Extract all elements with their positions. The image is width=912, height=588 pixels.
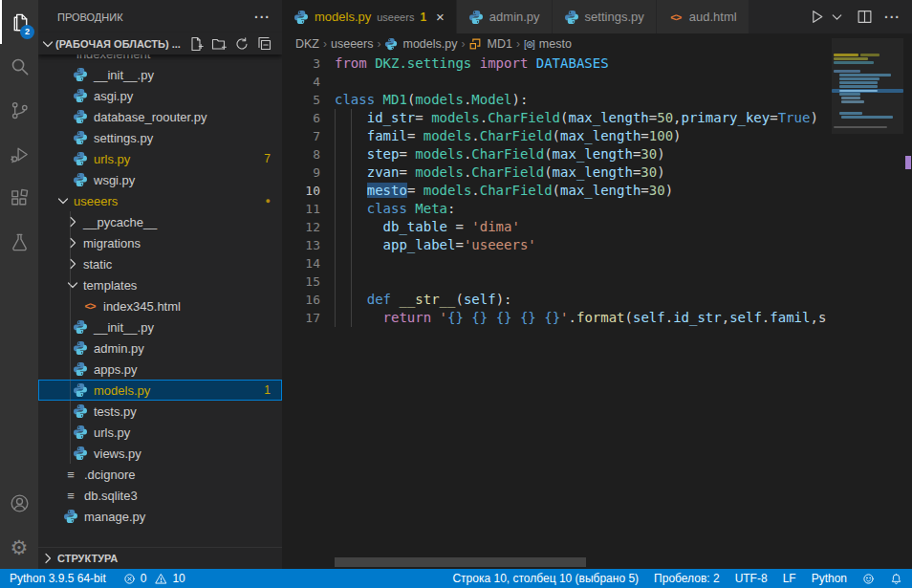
status-problems[interactable]: 010 <box>123 572 185 585</box>
split-editor-icon[interactable] <box>857 9 873 25</box>
code-line-3[interactable]: 3from DKZ.settings import DATABASES <box>282 54 832 73</box>
tree-item-db.sqlite3[interactable]: ≡db.sqlite3 <box>38 485 282 506</box>
more-actions-icon[interactable]: ··· <box>884 10 901 25</box>
code-line-15[interactable]: 15 <box>282 272 832 291</box>
tree-item-__pycache__[interactable]: __pycache__ <box>38 211 282 232</box>
tab-models.py[interactable]: models.pyuseeers1× <box>282 0 457 33</box>
code-line-17[interactable]: 17 return '{} {} {} {} {}'.format(self.i… <box>282 309 832 327</box>
python-file-icon <box>293 10 309 25</box>
minimap-line <box>839 74 891 76</box>
tree-item-index345.html[interactable]: <>index345.html <box>38 295 282 316</box>
code-line-6[interactable]: 6 id_str= models.CharField(max_length=50… <box>282 109 832 127</box>
workspace-section-header[interactable]: (РАБОЧАЯ ОБЛАСТЬ) ... <box>38 33 282 54</box>
tree-item-label: indexelement <box>76 54 150 61</box>
activity-item-source-control[interactable] <box>0 88 38 132</box>
tree-item-manage.py[interactable]: manage.py <box>38 506 282 527</box>
tree-item-wsgi.py[interactable]: wsgi.py <box>38 169 282 190</box>
code-line-13[interactable]: 13 app_label='useeers' <box>282 236 832 254</box>
tree-item-urls.py[interactable]: urls.py <box>38 422 282 443</box>
horizontal-scrollbar[interactable] <box>335 557 586 567</box>
tree-item-clipped[interactable]: indexelement <box>38 54 282 64</box>
activity-item-explorer[interactable]: 2 <box>0 0 38 44</box>
tree-item-label: static <box>83 257 112 272</box>
close-icon[interactable]: × <box>436 10 445 24</box>
code-line-16[interactable]: 16 def __str__(self): <box>282 291 832 309</box>
status-end-of-line[interactable]: LF <box>783 572 796 585</box>
code-editor[interactable]: 3from DKZ.settings import DATABASES45cla… <box>282 54 832 327</box>
status-label: Python <box>812 572 847 585</box>
status-bar-left: Python 3.9.5 64-bit010 <box>10 572 185 585</box>
activity-item-extensions[interactable] <box>0 176 38 220</box>
activity-item-manage-settings[interactable]: ⚙ <box>0 525 38 569</box>
code-line-12[interactable]: 12 db_table = 'dima' <box>282 218 832 236</box>
activity-item-search[interactable] <box>0 44 38 88</box>
tree-item-settings.py[interactable]: settings.py <box>38 127 282 148</box>
new-folder-icon[interactable] <box>211 36 227 52</box>
tree-item-__init__.py[interactable]: __init__.py <box>38 316 282 338</box>
code-line-5[interactable]: 5class MD1(models.Model): <box>282 91 832 109</box>
breadcrumb-item-DKZ[interactable]: DKZ <box>295 37 319 51</box>
tree-item-useeers[interactable]: useeers● <box>38 190 282 211</box>
minimap[interactable] <box>832 38 903 535</box>
tree-item-urls.py[interactable]: urls.py7 <box>38 148 282 169</box>
python-file-icon <box>73 382 88 398</box>
line-number: 17 <box>282 309 320 327</box>
code-line-14[interactable]: 14 <box>282 254 832 272</box>
code-line-11[interactable]: 11 class Meta: <box>282 200 832 218</box>
tree-item-asgi.py[interactable]: asgi.py <box>38 85 282 106</box>
code-line-8[interactable]: 8 step= models.CharField(max_length=30) <box>282 145 832 163</box>
status-notifications[interactable] <box>890 573 902 585</box>
indent-guide <box>351 236 352 254</box>
tree-item-static[interactable]: static <box>38 253 282 274</box>
tab-admin.py[interactable]: admin.py <box>457 0 553 33</box>
tree-item-templates[interactable]: templates <box>38 274 282 295</box>
code-line-text: mesto= models.CharField(max_length=30) <box>335 182 673 200</box>
line-number: 5 <box>282 91 320 109</box>
line-number: 15 <box>282 272 320 291</box>
tree-item-apps.py[interactable]: apps.py <box>38 359 282 380</box>
status-indentation[interactable]: Пробелов: 2 <box>654 572 720 585</box>
tab-settings.py[interactable]: settings.py <box>553 0 657 33</box>
tree-item-views.py[interactable]: views.py <box>38 443 282 464</box>
collapse-folders-icon[interactable] <box>257 36 272 52</box>
tree-item-admin.py[interactable]: admin.py <box>38 338 282 359</box>
tree-item-__init__.py[interactable]: __init__.py <box>38 64 282 85</box>
code-line-9[interactable]: 9 zvan= models.CharField(max_length=30) <box>282 163 832 182</box>
tree-item-migrations[interactable]: migrations <box>38 232 282 253</box>
activity-item-run-and-debug[interactable] <box>0 132 38 176</box>
sidebar-title: ПРОВОДНИК <box>57 11 123 23</box>
status-python-interpreter[interactable]: Python 3.9.5 64-bit <box>10 572 106 585</box>
tree-indent-guide <box>70 211 71 464</box>
activity-item-testing[interactable] <box>0 220 38 264</box>
new-file-icon[interactable] <box>188 36 204 52</box>
activity-item-accounts[interactable] <box>0 481 38 525</box>
breadcrumb-label: MD1 <box>487 37 511 51</box>
more-actions-icon[interactable]: ··· <box>254 10 271 25</box>
run-python-file-icon[interactable] <box>809 9 825 25</box>
code-line-text: zvan= models.CharField(max_length=30) <box>335 163 665 182</box>
tab-label: settings.py <box>585 10 644 24</box>
refresh-explorer-icon[interactable] <box>234 36 250 52</box>
tree-item-tests.py[interactable]: tests.py <box>38 401 282 422</box>
breadcrumb-item-useeers[interactable]: useeers <box>331 37 373 51</box>
status-cursor-position[interactable]: Строка 10, столбец 10 (выбрано 5) <box>452 572 639 585</box>
breadcrumb-item-mesto[interactable]: [⊛]mesto <box>524 37 572 51</box>
code-line-7[interactable]: 7 famil= models.CharField(max_length=100… <box>282 127 832 145</box>
run-dropdown-icon[interactable] <box>829 9 845 25</box>
indent-guide <box>335 127 336 145</box>
tree-item-label: manage.py <box>84 510 145 524</box>
breadcrumb-item-MD1[interactable]: MD1 <box>468 37 511 51</box>
tree-item-models.py[interactable]: models.py1 <box>38 380 282 401</box>
status-encoding[interactable]: UTF-8 <box>735 572 768 585</box>
status-language-mode[interactable]: Python <box>812 572 847 585</box>
tree-item-.dcignore[interactable]: ≡.dcignore <box>38 464 282 485</box>
tree-item-database_roouter.py[interactable]: database_roouter.py <box>38 106 282 127</box>
tab-aud.html[interactable]: <>aud.html <box>657 0 749 33</box>
tree-item-label: db.sqlite3 <box>84 489 138 503</box>
breadcrumb-item-models.py[interactable]: models.py <box>384 37 457 51</box>
chevron-right-icon <box>65 256 80 272</box>
status-feedback[interactable] <box>862 573 875 585</box>
code-line-4[interactable]: 4 <box>282 73 832 91</box>
code-line-10[interactable]: 10 mesto= models.CharField(max_length=30… <box>282 182 832 200</box>
outline-section-header[interactable]: СТРУКТУРА <box>38 547 282 569</box>
